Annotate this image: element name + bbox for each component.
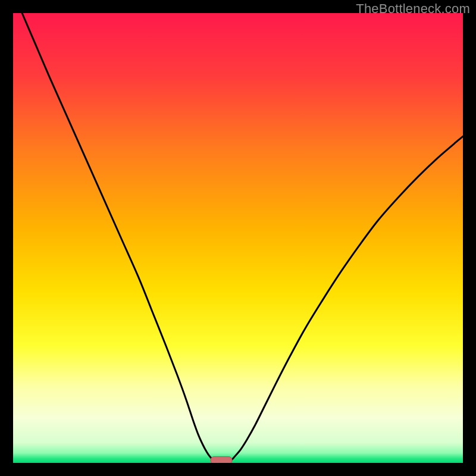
- chart-frame: [13, 13, 463, 463]
- watermark-text: TheBottleneck.com: [356, 1, 470, 17]
- bottleneck-chart: [13, 13, 463, 463]
- gradient-background: [13, 13, 463, 463]
- optimal-marker: [211, 456, 232, 463]
